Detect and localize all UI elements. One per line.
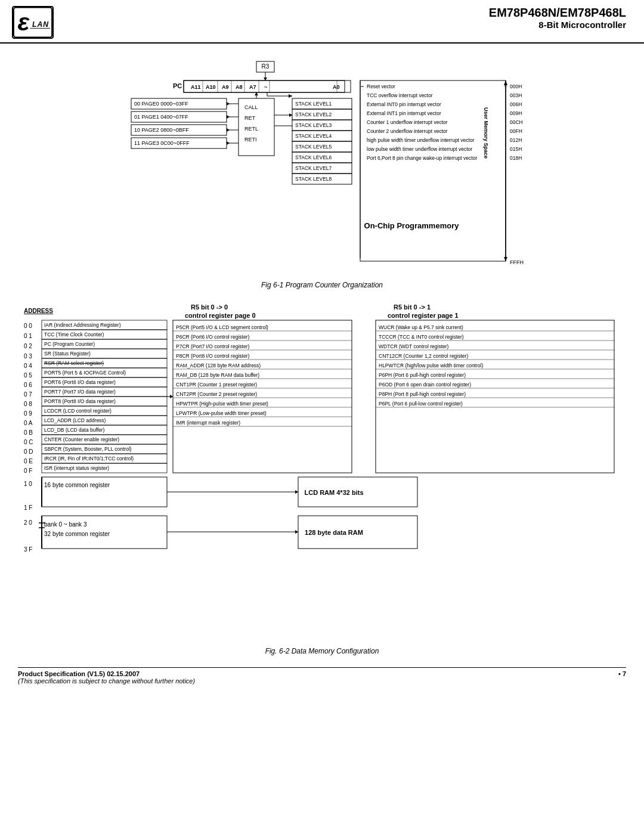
- svg-text:10 PAGE2  0800~0BFF: 10 PAGE2 0800~0BFF: [134, 127, 189, 133]
- svg-text:0  9: 0 9: [24, 410, 32, 417]
- svg-text:PC (Program Counter): PC (Program Counter): [44, 341, 95, 347]
- svg-text:ADDRESS: ADDRESS: [24, 308, 53, 314]
- svg-text:control register page 0: control register page 0: [185, 312, 256, 319]
- fig1-diagram: R3 PC A11 A10 A9 A8 A7 ~ A0: [113, 55, 531, 276]
- svg-marker-28: [227, 102, 230, 106]
- svg-text:018H: 018H: [510, 155, 522, 161]
- svg-text:CNT1PR (Counter 1 preset regis: CNT1PR (Counter 1 preset register): [176, 382, 257, 388]
- main-content: R3 PC A11 A10 A9 A8 A7 ~ A0: [0, 44, 644, 661]
- svg-text:11 PAGE3  0C00~0FFF: 11 PAGE3 0C00~0FFF: [134, 140, 190, 146]
- svg-text:009H: 009H: [510, 110, 522, 116]
- fig2-section: ADDRESS 0 0 IAR (Indirect Addressing Reg…: [18, 301, 626, 655]
- svg-text:32 byte common register: 32 byte common register: [44, 531, 110, 537]
- svg-text:STACK LEVEL2: STACK LEVEL2: [295, 112, 332, 117]
- chip-model: EM78P468N/EM78P468L: [489, 6, 626, 20]
- svg-text:IMR (interrupt mask register): IMR (interrupt mask register): [176, 420, 240, 426]
- svg-marker-165: [295, 530, 298, 534]
- svg-text:PC: PC: [173, 82, 182, 89]
- svg-text:WDTCR (WDT control register): WDTCR (WDT control register): [379, 343, 449, 349]
- svg-text:External INT0 pin interrupt ve: External INT0 pin interrupt vector: [367, 101, 441, 107]
- svg-text:P8CR (Port8 I/O control regist: P8CR (Port8 I/O control register): [176, 353, 249, 359]
- svg-text:1  0: 1 0: [24, 481, 32, 487]
- svg-text:0  A: 0 A: [24, 420, 33, 426]
- svg-text:STACK LEVEL3: STACK LEVEL3: [295, 122, 332, 128]
- svg-text:0  D: 0 D: [24, 448, 33, 455]
- svg-text:low pulse width timer underflo: low pulse width timer underflow interrup…: [367, 146, 472, 152]
- svg-text:P8PH (Port 8 pull-high control: P8PH (Port 8 pull-high control register): [379, 391, 466, 397]
- svg-text:Counter 1 underflow interrupt : Counter 1 underflow interrupt vector: [367, 119, 448, 125]
- svg-marker-24: [264, 78, 267, 80]
- svg-text:0  0: 0 0: [24, 323, 32, 329]
- svg-text:00FH: 00FH: [510, 128, 522, 134]
- svg-text:~: ~: [264, 84, 267, 90]
- svg-text:0  F: 0 F: [24, 467, 32, 474]
- svg-text:User Memory Space: User Memory Space: [483, 107, 489, 159]
- chip-type: 8-Bit Microcontroller: [489, 20, 626, 30]
- svg-text:STACK LEVEL8: STACK LEVEL8: [295, 176, 332, 182]
- fig2-caption: Fig. 6-2 Data Memory Configuration: [18, 647, 626, 655]
- svg-text:012H: 012H: [510, 137, 522, 143]
- svg-text:TCC (Time Clock Counter): TCC (Time Clock Counter): [44, 332, 104, 337]
- svg-text:STACK LEVEL1: STACK LEVEL1: [295, 101, 332, 107]
- svg-text:003H: 003H: [510, 92, 522, 98]
- svg-text:R5 bit 0 -> 0: R5 bit 0 -> 0: [191, 304, 228, 311]
- svg-text:000H: 000H: [510, 83, 522, 89]
- svg-text:PORT6 (Port6 I/O data register: PORT6 (Port6 I/O data register): [44, 379, 116, 385]
- svg-text:FFFH: FFFH: [510, 259, 524, 265]
- svg-text:0  3: 0 3: [24, 353, 32, 360]
- svg-text:CNT2PR (Counter 2 preset regis: CNT2PR (Counter 2 preset register): [176, 391, 257, 397]
- svg-text:0  1: 0 1: [24, 333, 32, 339]
- svg-text:3  F: 3 F: [24, 546, 32, 553]
- svg-marker-40: [227, 141, 230, 145]
- svg-text:ε: ε: [18, 8, 30, 36]
- svg-text:STACK LEVEL6: STACK LEVEL6: [295, 154, 332, 160]
- svg-text:A11: A11: [191, 84, 201, 90]
- spec-version: Product Specification (V1.5) 02.15.2007: [18, 670, 195, 677]
- footer-left: Product Specification (V1.5) 02.15.2007 …: [18, 670, 195, 685]
- svg-text:SBPCR (System, Booster, PLL co: SBPCR (System, Booster, PLL control): [44, 446, 132, 452]
- svg-text:LCD_ADDR (LCD address): LCD_ADDR (LCD address): [44, 417, 106, 423]
- svg-text:External INT1 pin interrupt ve: External INT1 pin interrupt vector: [367, 110, 441, 116]
- svg-text:P6OD (Port 6 open drain contro: P6OD (Port 6 open drain control register…: [379, 382, 471, 388]
- svg-text:PORT7 (Port7 I/O data register: PORT7 (Port7 I/O data register): [44, 389, 116, 395]
- svg-text:control register page 1: control register page 1: [388, 312, 459, 319]
- svg-text:A9: A9: [222, 84, 229, 90]
- page-footer: Product Specification (V1.5) 02.15.2007 …: [18, 667, 626, 685]
- svg-text:Counter 2 underflow interrupt : Counter 2 underflow interrupt vector: [367, 128, 448, 134]
- svg-marker-155: [295, 490, 298, 494]
- svg-text:RETI: RETI: [244, 137, 257, 143]
- svg-text:Port 6,Port 8 pin change wake-: Port 6,Port 8 pin change wake-up interru…: [367, 155, 477, 161]
- svg-text:CALL: CALL: [244, 104, 258, 110]
- header-title: EM78P468N/EM78P468L 8-Bit Microcontrolle…: [489, 6, 626, 30]
- svg-text:0  4: 0 4: [24, 363, 32, 369]
- svg-text:ISR (interrupt status register: ISR (interrupt status register): [44, 465, 109, 471]
- svg-text:STACK LEVEL7: STACK LEVEL7: [295, 165, 332, 171]
- svg-text:00 PAGE0  0000~03FF: 00 PAGE0 0000~03FF: [134, 101, 188, 107]
- svg-marker-36: [227, 128, 230, 132]
- svg-text:A8: A8: [236, 84, 243, 90]
- logo-area: ε LAN: [12, 6, 54, 39]
- svg-text:2  0: 2 0: [24, 519, 32, 526]
- svg-text:IRCR (IR, Pin of IR;INT0/1;TCC: IRCR (IR, Pin of IR;INT0/1;TCC control): [44, 456, 134, 462]
- svg-marker-194: [170, 395, 173, 398]
- svg-text:IAR (Indirect Addressing Regis: IAR (Indirect Addressing Register): [44, 322, 121, 328]
- svg-text:0  C: 0 C: [24, 439, 33, 445]
- svg-text:LCD_DB (LCD data buffer): LCD_DB (LCD data buffer): [44, 427, 105, 433]
- svg-text:PORT8 (Port8 I/O data register: PORT8 (Port8 I/O data register): [44, 398, 116, 404]
- svg-text:16 byte common register: 16 byte common register: [44, 482, 110, 488]
- svg-text:RAM_DB (128 byte RAM data buff: RAM_DB (128 byte RAM data buffer): [176, 372, 259, 378]
- fig1-section: R3 PC A11 A10 A9 A8 A7 ~ A0: [113, 55, 531, 289]
- svg-text:LAN: LAN: [32, 20, 49, 29]
- svg-text:006H: 006H: [510, 101, 522, 107]
- svg-text:P7CR (Port7 I/O control regist: P7CR (Port7 I/O control register): [176, 343, 249, 349]
- svg-text:0  5: 0 5: [24, 372, 32, 379]
- svg-text:STACK LEVEL5: STACK LEVEL5: [295, 144, 332, 150]
- svg-text:0  E: 0 E: [24, 458, 33, 465]
- svg-text:PORT5 (Port 5 & IOCPAGE Contro: PORT5 (Port 5 & IOCPAGE Control): [44, 370, 126, 376]
- svg-text:0  B: 0 B: [24, 429, 33, 436]
- svg-text:HLPWTCR (high/low pulse width : HLPWTCR (high/low pulse width timer cont…: [379, 363, 483, 368]
- svg-text:LCD RAM 4*32 bits: LCD RAM 4*32 bits: [304, 489, 363, 496]
- svg-text:high pulse width timer underfl: high pulse width timer underflow interru…: [367, 137, 475, 143]
- svg-text:P6PH (Port 6 pull-high control: P6PH (Port 6 pull-high control register): [379, 372, 466, 378]
- disclaimer: (This specification is subject to change…: [18, 677, 195, 685]
